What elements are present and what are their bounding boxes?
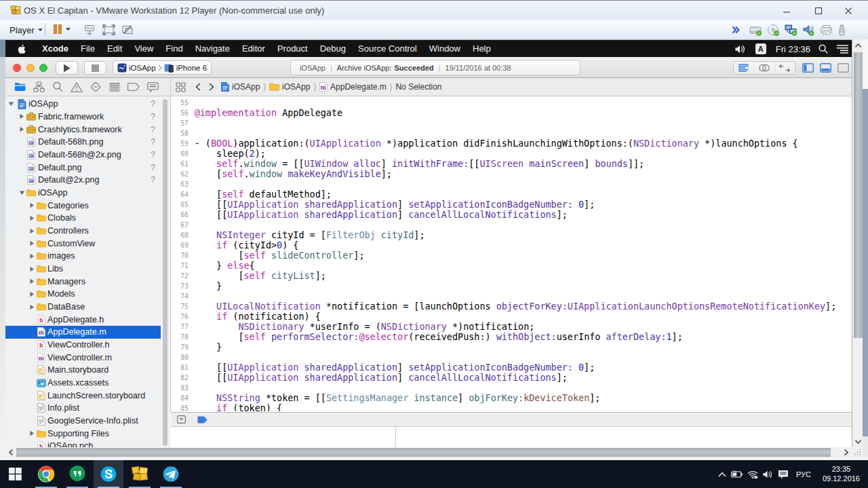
code-line-78[interactable]: 78 [self performSelector:@selector(recei… [171, 332, 852, 342]
breadcrumb-item[interactable]: No Selection [395, 82, 441, 92]
disclosure-closed-icon[interactable] [28, 430, 35, 437]
code-line-67[interactable]: 67 [171, 220, 852, 230]
navigator-tab-debug[interactable] [105, 78, 124, 96]
disclosure-open-icon[interactable] [7, 100, 14, 107]
code-line-57[interactable]: 57 [171, 118, 852, 128]
menu-find[interactable]: Find [159, 43, 189, 54]
navigator-tab-project-selected[interactable] [10, 78, 29, 96]
tree-group-clobals[interactable]: Clobals [5, 212, 161, 225]
tree-file-googleservice-info.plist[interactable]: GoogleService-Info.plist [5, 415, 161, 428]
disclosure-open-icon[interactable] [18, 189, 25, 196]
scheme-selector[interactable]: iOSApp iPhone 6 [113, 60, 212, 75]
fullscreen-button[interactable] [100, 23, 117, 37]
menu-source-control[interactable]: Source Control [352, 43, 423, 54]
tree-file-iosapp.pch[interactable]: hiOSApp.pch [5, 440, 161, 447]
sidebar-scrollbar[interactable] [163, 99, 167, 446]
traffic-light-minimize[interactable] [26, 64, 35, 72]
tree-file-default-568h@2x.png[interactable]: Default-568h@2x.png? [5, 149, 161, 162]
menu-file[interactable]: File [75, 43, 101, 54]
disclosure-closed-icon[interactable] [18, 126, 25, 133]
menu-help[interactable]: Help [467, 43, 497, 54]
disclosure-closed-icon[interactable] [28, 214, 35, 221]
tree-group-models[interactable]: Models [5, 288, 161, 301]
language-indicator[interactable]: РУС [796, 470, 811, 478]
taskbar-vmware-icon[interactable] [131, 465, 149, 483]
scroll-left-arrow[interactable] [5, 447, 16, 457]
navigator-tab-symbols[interactable] [29, 78, 48, 96]
tree-file-viewcontroller.m[interactable]: mViewController.m [5, 351, 161, 364]
tree-file-default-568h.png[interactable]: Default-568h.png? [5, 136, 161, 149]
navigator-tab-breakpoints[interactable] [124, 78, 143, 96]
code-line-71[interactable]: 71 } else{ [171, 261, 852, 271]
maximize-button[interactable] [804, 1, 833, 21]
tree-group-fabric.framework[interactable]: Fabric.framework? [5, 111, 161, 124]
menu-xcode[interactable]: Xcode [36, 43, 75, 54]
code-line-82[interactable]: 82 [[UIApplication sharedApplication] ca… [171, 373, 852, 383]
code-line-69[interactable]: 69 if (cityId>0) { [171, 240, 852, 250]
variables-view[interactable] [171, 427, 395, 447]
breadcrumb-item[interactable]: iOSApp [269, 82, 310, 92]
assistant-editor-button[interactable] [753, 62, 774, 74]
stop-button[interactable] [84, 61, 106, 75]
navigator-tab-tests[interactable] [86, 78, 105, 96]
volume-menu-icon[interactable] [735, 45, 747, 54]
apple-menu-icon[interactable] [17, 44, 26, 54]
menu-editor[interactable]: Editor [236, 43, 271, 54]
disclosure-closed-icon[interactable] [28, 240, 35, 247]
code-line-83[interactable]: 83 [171, 383, 852, 393]
expand-toolbar-icon[interactable] [732, 26, 740, 34]
tree-file-viewcontroller.h[interactable]: hViewController.h [5, 339, 161, 352]
vm-horizontal-scrollbar[interactable] [5, 447, 852, 457]
navigator-tab-reports[interactable] [143, 78, 162, 96]
tree-file-info.plist[interactable]: Info.plist [5, 402, 161, 415]
tree-group-libs[interactable]: Libs [5, 263, 161, 276]
navigator-tab-issues[interactable] [67, 78, 86, 96]
toggle-utilities-button[interactable] [837, 63, 849, 73]
spotlight-icon[interactable] [818, 44, 828, 54]
tree-file-main.storyboard[interactable]: Main.storyboard [5, 364, 161, 377]
taskbar-clock[interactable]: 23:3509.12.2016 [823, 465, 860, 483]
menu-product[interactable]: Product [271, 43, 314, 54]
tree-file-launchscreen.storyboard[interactable]: LaunchScreen.storyboard [5, 389, 161, 402]
disclosure-closed-icon[interactable] [28, 290, 35, 297]
breadcrumb-item[interactable]: mAppDelegate.m [319, 82, 387, 92]
disclosure-closed-icon[interactable] [28, 227, 35, 234]
tree-group-database[interactable]: DataBase [5, 301, 161, 314]
menubar-clock[interactable]: Fri 23:36 [776, 44, 810, 54]
tree-file-default.png[interactable]: Default.png? [5, 161, 161, 174]
unity-mode-button[interactable] [119, 23, 136, 37]
tree-file-appdelegate.h[interactable]: hAppDelegate.h [5, 313, 161, 326]
tree-file-default@2x.png[interactable]: Default@2x.png? [5, 174, 161, 187]
disclosure-closed-icon[interactable] [28, 278, 35, 285]
tree-group-supporting-files[interactable]: Supporting Files [5, 427, 161, 440]
breadcrumb-item[interactable]: iOSApp [221, 82, 260, 92]
code-line-73[interactable]: 73 } [171, 281, 852, 291]
taskbar-skype-icon[interactable] [100, 465, 117, 483]
code-line-81[interactable]: 81 [[UIApplication sharedApplication] se… [171, 362, 852, 373]
toggle-navigator-button[interactable] [802, 63, 814, 73]
tree-group-categories[interactable]: Categories [5, 199, 161, 212]
traffic-light-zoom[interactable] [39, 64, 47, 72]
disclosure-closed-icon[interactable] [28, 202, 35, 209]
taskbar-telegram-icon[interactable] [162, 465, 180, 483]
minimize-button[interactable] [772, 1, 802, 21]
tree-group-customview[interactable]: CustomView [5, 237, 161, 250]
volume-icon[interactable] [763, 470, 773, 478]
disclosure-closed-icon[interactable] [18, 113, 25, 120]
menu-view[interactable]: View [128, 43, 159, 54]
back-button[interactable] [195, 83, 201, 91]
menu-edit[interactable]: Edit [101, 43, 128, 54]
code-line-55[interactable]: 55 [171, 98, 852, 108]
player-menu-button[interactable]: Player [9, 22, 43, 37]
code-line-68[interactable]: 68 NSInteger cityId = [FilterObj cityId]… [171, 230, 852, 240]
disclosure-closed-icon[interactable] [28, 265, 35, 272]
tree-file-assets.xcassets[interactable]: Assets.xcassets [5, 377, 161, 390]
tree-group-controllers[interactable]: Controllers [5, 225, 161, 238]
sound-device-icon[interactable] [802, 24, 815, 36]
network-device-icon[interactable] [785, 24, 797, 36]
input-source-menu[interactable]: A [755, 43, 766, 54]
console-view[interactable] [396, 427, 852, 447]
code-line-66[interactable]: 66 [[UIApplication sharedApplication] ca… [171, 210, 852, 220]
code-line-60[interactable]: 60 sleep(2); [171, 149, 852, 159]
code-line-59[interactable]: 59- (BOOL)application:(UIApplication *)a… [171, 138, 852, 149]
